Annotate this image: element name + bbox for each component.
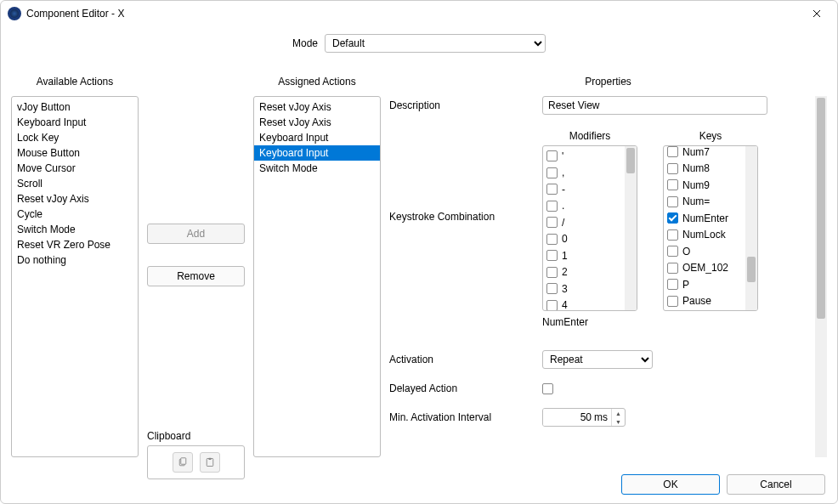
clipboard-label: Clipboard <box>147 430 245 442</box>
assigned-action-item[interactable]: Reset vJoy Axis <box>254 99 380 115</box>
key-label: Num8 <box>682 162 710 174</box>
modifier-item[interactable]: , <box>546 165 633 182</box>
available-actions-list[interactable]: vJoy ButtonKeyboard InputLock KeyMouse B… <box>11 96 139 457</box>
key-item[interactable]: NumEnter <box>667 210 754 227</box>
copy-button[interactable] <box>173 452 193 473</box>
spin-up-icon[interactable]: ▲ <box>612 409 625 417</box>
app-icon <box>8 7 21 20</box>
titlebar: Component Editor - X <box>1 1 837 26</box>
modifier-label: ' <box>562 150 563 162</box>
key-checkbox[interactable] <box>667 179 678 190</box>
mode-row: Mode Default <box>1 26 837 60</box>
assigned-action-item[interactable]: Reset vJoy Axis <box>254 115 380 130</box>
remove-button[interactable]: Remove <box>147 266 245 286</box>
paste-button[interactable] <box>200 452 220 473</box>
available-action-item[interactable]: Reset vJoy Axis <box>12 191 138 207</box>
assigned-action-item[interactable]: Keyboard Input <box>254 145 380 161</box>
available-action-item[interactable]: Switch Mode <box>12 222 138 237</box>
modifier-item[interactable]: ' <box>546 148 633 165</box>
description-label: Description <box>389 99 542 111</box>
key-checkbox[interactable] <box>667 246 678 257</box>
modifier-item[interactable]: . <box>546 198 633 215</box>
modifier-item[interactable]: 2 <box>546 264 633 281</box>
key-checkbox[interactable] <box>667 263 678 274</box>
spin-down-icon[interactable]: ▼ <box>612 417 625 426</box>
modifier-checkbox[interactable] <box>546 267 558 278</box>
description-input[interactable] <box>542 96 767 115</box>
available-action-item[interactable]: Do nothing <box>12 252 138 268</box>
modifiers-list[interactable]: ',-./01234 <box>542 145 637 311</box>
modifier-label: . <box>562 200 564 212</box>
delayed-action-checkbox[interactable] <box>542 383 553 394</box>
key-checkbox[interactable] <box>667 229 678 241</box>
available-action-item[interactable]: Move Cursor <box>12 161 138 176</box>
modifier-checkbox[interactable] <box>546 150 558 161</box>
available-action-item[interactable]: Lock Key <box>12 130 138 145</box>
key-label: Num9 <box>682 179 710 191</box>
min-interval-unit: ms <box>594 409 611 426</box>
key-checkbox[interactable] <box>667 279 678 290</box>
key-label: OEM_102 <box>682 262 728 274</box>
modifier-item[interactable]: 4 <box>546 297 633 312</box>
modifiers-scrollbar[interactable] <box>625 146 637 310</box>
keys-list[interactable]: Num7Num8Num9Num=NumEnterNumLockOOEM_102P… <box>663 145 758 311</box>
key-label: NumEnter <box>682 212 728 224</box>
modifier-label: - <box>562 184 565 195</box>
key-item[interactable]: NumLock <box>667 227 754 244</box>
modifier-checkbox[interactable] <box>546 283 558 294</box>
properties-scrollbar[interactable] <box>815 96 827 457</box>
key-label: Num= <box>682 195 710 207</box>
available-action-item[interactable]: Mouse Button <box>12 145 138 161</box>
key-item[interactable]: Num9 <box>667 177 754 194</box>
modifier-item[interactable]: 1 <box>546 247 633 264</box>
modifier-label: 4 <box>562 299 568 311</box>
key-item[interactable]: Num= <box>667 194 754 211</box>
mode-select[interactable]: Default <box>325 34 546 53</box>
available-action-item[interactable]: vJoy Button <box>12 99 138 115</box>
modifier-checkbox[interactable] <box>546 250 558 261</box>
close-button[interactable] <box>803 3 830 24</box>
available-action-item[interactable]: Reset VR Zero Pose <box>12 237 138 252</box>
ok-button[interactable]: OK <box>621 474 720 495</box>
add-button[interactable]: Add <box>147 224 245 244</box>
key-item[interactable]: Pause <box>667 293 754 310</box>
keys-scrollbar[interactable] <box>745 146 757 310</box>
modifier-checkbox[interactable] <box>546 217 558 228</box>
modifier-item[interactable]: - <box>546 181 633 198</box>
min-interval-input[interactable] <box>543 409 594 426</box>
modifier-item[interactable]: / <box>546 214 633 231</box>
key-checkbox[interactable] <box>667 196 678 207</box>
key-item[interactable]: P <box>667 276 754 293</box>
available-action-item[interactable]: Cycle <box>12 207 138 222</box>
assigned-actions-list[interactable]: Reset vJoy AxisReset vJoy AxisKeyboard I… <box>253 96 381 457</box>
min-interval-spinner[interactable]: ms ▲ ▼ <box>542 408 626 427</box>
assigned-action-item[interactable]: Keyboard Input <box>254 130 380 145</box>
key-checkbox[interactable] <box>667 212 678 224</box>
modifier-checkbox[interactable] <box>546 234 558 245</box>
available-actions-header: Available Actions <box>11 76 139 88</box>
key-checkbox[interactable] <box>667 163 678 174</box>
modifier-checkbox[interactable] <box>546 184 558 195</box>
available-action-item[interactable]: Keyboard Input <box>12 115 138 130</box>
svg-rect-1 <box>180 458 185 465</box>
key-label: NumLock <box>682 229 726 241</box>
delayed-action-label: Delayed Action <box>389 382 542 394</box>
key-item[interactable]: Num7 <box>667 145 754 161</box>
available-action-item[interactable]: Scroll <box>12 176 138 191</box>
key-checkbox[interactable] <box>667 296 678 307</box>
keys-header: Keys <box>699 130 722 142</box>
modifier-checkbox[interactable] <box>546 300 558 311</box>
cancel-button[interactable]: Cancel <box>727 474 825 495</box>
assigned-action-item[interactable]: Switch Mode <box>254 161 380 176</box>
modifier-item[interactable]: 3 <box>546 280 633 297</box>
key-checkbox[interactable] <box>667 146 678 157</box>
modifier-label: , <box>562 167 564 178</box>
key-item[interactable]: OEM_102 <box>667 260 754 277</box>
key-item[interactable]: Num8 <box>667 161 754 178</box>
modifier-checkbox[interactable] <box>546 201 558 212</box>
activation-select[interactable]: Repeat <box>542 350 653 369</box>
keystroke-summary: NumEnter <box>542 316 827 328</box>
modifier-item[interactable]: 0 <box>546 231 633 248</box>
key-item[interactable]: O <box>667 243 754 260</box>
modifier-checkbox[interactable] <box>546 167 558 178</box>
